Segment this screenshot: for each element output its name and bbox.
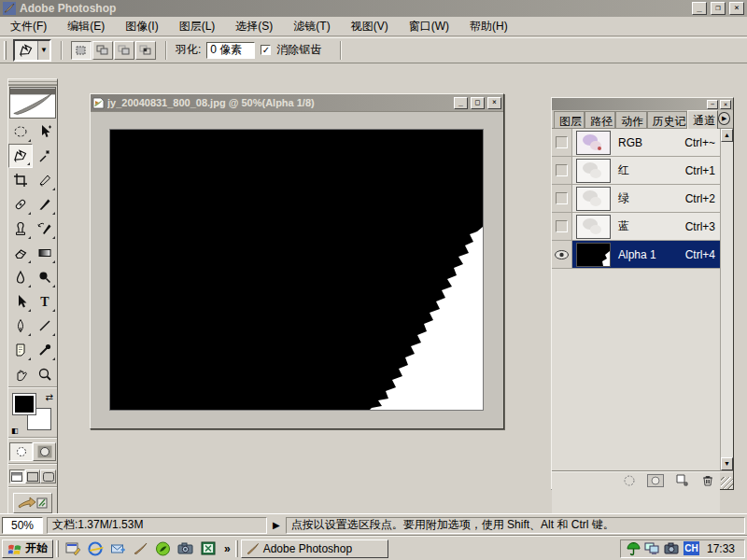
tool-line[interactable] (33, 314, 57, 338)
tab-paths[interactable]: 路径 (585, 111, 615, 128)
channel-row-alpha1[interactable]: Alpha 1 Ctrl+4 (552, 241, 720, 269)
tab-history[interactable]: 历史记 (647, 111, 688, 128)
tool-gradient[interactable] (33, 241, 57, 265)
palette-resize-grip[interactable] (721, 477, 733, 489)
tab-layers[interactable]: 图层 (554, 111, 585, 128)
tool-magic-wand[interactable] (33, 144, 57, 168)
palette-menu-button[interactable]: ▶ (718, 112, 730, 125)
channel-row-green[interactable]: 绿 Ctrl+2 (552, 185, 720, 213)
tool-eyedropper[interactable] (33, 338, 57, 362)
internet-explorer-icon[interactable] (87, 539, 105, 557)
new-selection-button[interactable] (71, 41, 92, 60)
eye-toggle[interactable] (556, 164, 568, 176)
camera-icon[interactable] (176, 539, 194, 557)
photoshop-feather-logo[interactable] (9, 87, 56, 119)
add-to-selection-button[interactable] (92, 41, 113, 60)
excel-icon[interactable] (199, 539, 217, 557)
taskbar-button-photoshop[interactable]: Adobe Photoshop (241, 539, 388, 558)
scroll-down-arrow[interactable]: ▼ (721, 457, 733, 470)
tool-preset-picker[interactable]: ▼ (13, 39, 51, 62)
image-canvas[interactable] (109, 129, 484, 411)
tool-path-selection[interactable] (8, 289, 33, 314)
feather-input[interactable] (206, 42, 255, 59)
tool-dodge[interactable] (33, 265, 57, 289)
eye-toggle[interactable] (556, 220, 568, 232)
channel-row-rgb[interactable]: RGB Ctrl+~ (552, 129, 720, 157)
menu-view[interactable]: 视图(V) (341, 17, 399, 36)
standard-mode-button[interactable] (9, 442, 33, 461)
tray-camera-icon[interactable] (664, 542, 680, 555)
visibility-cell[interactable] (552, 129, 572, 156)
tool-move[interactable] (33, 119, 57, 144)
tool-blur[interactable] (8, 265, 33, 289)
load-selection-button[interactable] (621, 474, 638, 487)
tool-hand[interactable] (8, 362, 33, 386)
media-player-icon[interactable] (154, 539, 172, 557)
doc-maximize-button[interactable]: □ (471, 97, 485, 109)
palette-minimize-button[interactable]: − (707, 100, 718, 109)
close-button[interactable]: × (729, 2, 744, 15)
show-desktop-icon[interactable] (64, 539, 82, 557)
restore-button[interactable]: ❐ (711, 2, 726, 15)
tool-elliptical-marquee[interactable] (8, 119, 33, 144)
outlook-express-icon[interactable] (109, 539, 127, 557)
photoshop-quicklaunch-icon[interactable] (132, 539, 149, 557)
tool-zoom[interactable] (33, 362, 57, 386)
start-button[interactable]: 开始 (2, 539, 53, 558)
tab-actions[interactable]: 动作 (615, 111, 646, 128)
tool-pen[interactable] (8, 314, 33, 338)
tool-history-brush[interactable] (33, 217, 57, 241)
new-channel-button[interactable] (673, 474, 690, 487)
antialias-checkbox[interactable]: ✓ (261, 45, 271, 55)
ime-indicator[interactable]: CH (684, 541, 699, 555)
chevron-down-icon[interactable]: ▼ (37, 41, 49, 60)
tool-eraser[interactable] (8, 241, 33, 265)
menu-image[interactable]: 图像(I) (115, 17, 168, 36)
subtract-from-selection-button[interactable] (114, 41, 134, 60)
tool-healing-brush[interactable] (8, 192, 33, 217)
swap-colors-icon[interactable]: ⇄ (46, 392, 53, 402)
menu-filter[interactable]: 滤镜(T) (283, 17, 340, 36)
delete-channel-button[interactable] (699, 474, 716, 487)
menu-edit[interactable]: 编辑(E) (57, 17, 115, 36)
quicklaunch-overflow-chevron[interactable]: » (222, 542, 233, 555)
quick-mask-mode-button[interactable] (33, 442, 56, 461)
options-bar-grip[interactable] (4, 41, 7, 60)
tool-polygonal-lasso[interactable] (8, 144, 33, 168)
jump-to-imageready-button[interactable] (13, 493, 52, 513)
visibility-cell[interactable] (552, 241, 572, 268)
tool-type[interactable]: T (33, 289, 57, 314)
eye-toggle[interactable] (556, 136, 568, 148)
taskbar-clock[interactable]: 17:33 (703, 542, 739, 555)
doc-minimize-button[interactable]: _ (454, 97, 468, 109)
menu-select[interactable]: 选择(S) (225, 17, 283, 36)
visibility-cell[interactable] (552, 157, 572, 184)
palette-titlebar[interactable]: − × (552, 98, 733, 110)
minimize-button[interactable]: _ (692, 2, 707, 15)
tool-notes[interactable] (8, 338, 33, 362)
menu-window[interactable]: 窗口(W) (399, 17, 459, 36)
status-popup-arrow[interactable]: ▶ (273, 520, 280, 530)
channel-row-red[interactable]: 红 Ctrl+1 (552, 157, 720, 185)
fullscreen-mode-button[interactable] (40, 469, 56, 483)
standard-screen-mode-button[interactable] (9, 469, 25, 483)
save-selection-as-channel-button[interactable] (647, 474, 664, 487)
tab-channels[interactable]: 通道 (687, 110, 718, 129)
channel-row-blue[interactable]: 蓝 Ctrl+3 (552, 213, 720, 241)
visibility-cell[interactable] (552, 213, 572, 240)
foreground-color-swatch[interactable] (13, 394, 35, 414)
menu-layer[interactable]: 图层(L) (169, 17, 226, 36)
network-computer-icon[interactable] (644, 541, 660, 555)
default-colors-icon[interactable]: ◧ (11, 427, 19, 435)
document-titlebar[interactable]: jy_20040831_800_08.jpg @ 50%(Alpha 1/8) … (91, 94, 503, 111)
menu-help[interactable]: 帮助(H) (459, 17, 518, 36)
palette-scrollbar[interactable]: ▲ ▼ (720, 129, 733, 470)
tool-crop[interactable] (8, 168, 33, 192)
tool-clone-stamp[interactable] (8, 217, 33, 241)
menu-file[interactable]: 文件(F) (0, 17, 57, 36)
eye-toggle[interactable] (556, 192, 568, 204)
tool-slice[interactable] (33, 168, 57, 192)
intersect-selection-button[interactable] (135, 41, 156, 60)
scroll-up-arrow[interactable]: ▲ (721, 129, 733, 142)
tool-brush[interactable] (33, 192, 57, 217)
